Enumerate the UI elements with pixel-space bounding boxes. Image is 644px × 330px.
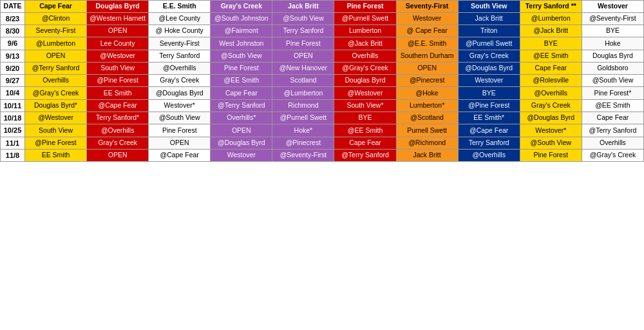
schedule-cell: Westover* (520, 124, 582, 137)
schedule-cell: @Purnell Swett (272, 112, 334, 124)
schedule-cell: @Terry Sanford (211, 99, 272, 112)
schedule-cell: @Purnell Swett (458, 37, 520, 50)
header-cell-5: Jack Britt (272, 1, 334, 13)
schedule-cell: Terry Sanford* (87, 112, 149, 124)
schedule-cell: South View (87, 62, 149, 74)
table-row: 10/11Douglas Byrd*@Cape FearWestover*@Te… (1, 99, 644, 112)
schedule-cell: Cape Fear (334, 137, 396, 149)
schedule-cell: Terry Sanford (272, 24, 334, 37)
table-row: 9/13OPEN@WestoverTerry Sanford@South Vie… (1, 50, 644, 62)
schedule-cell: Goldsboro (582, 62, 643, 74)
schedule-cell: @Hoke (396, 87, 458, 99)
schedule-cell: @Terry Sanford (334, 149, 396, 161)
schedule-cell: Jack Britt (458, 12, 520, 24)
schedule-cell: @South View (211, 50, 272, 62)
schedule-cell: @Clinton (25, 12, 87, 24)
schedule-cell: @Fairmont (211, 24, 272, 37)
schedule-cell: Hoke (582, 37, 643, 50)
schedule-cell: Pine Forest (272, 37, 334, 50)
schedule-cell: @Lee County (149, 12, 211, 24)
date-cell: 10/4 (1, 87, 25, 99)
schedule-cell: @New Hanover (272, 62, 334, 74)
schedule-cell: @Douglas Byrd (211, 137, 272, 149)
schedule-cell: Westover (211, 149, 272, 161)
schedule-cell: OPEN (396, 62, 458, 74)
schedule-cell: @Lumberton (25, 37, 87, 50)
table-row: 9/27Overhills@Pine ForestGray's Creek@EE… (1, 75, 644, 87)
schedule-cell: @South View (149, 112, 211, 124)
schedule-cell: Pine Forest* (582, 87, 643, 99)
schedule-cell: @Pinecrest (396, 75, 458, 87)
schedule-cell: @Cape Fear (149, 149, 211, 161)
schedule-cell: Seventy-First (149, 37, 211, 50)
date-cell: 10/11 (1, 99, 25, 112)
schedule-cell: Cape Fear (520, 62, 582, 74)
schedule-cell: @South Johnston (211, 12, 272, 24)
date-cell: 10/18 (1, 112, 25, 124)
schedule-cell: @EE Smith (520, 50, 582, 62)
date-cell: 9/13 (1, 50, 25, 62)
schedule-cell: OPEN (149, 137, 211, 149)
schedule-cell: Westover (458, 75, 520, 87)
date-cell: 10/25 (1, 124, 25, 137)
schedule-cell: BYE (582, 24, 643, 37)
schedule-cell: Overhills* (211, 112, 272, 124)
header-cell-6: Pine Forest (334, 1, 396, 13)
schedule-cell: @Terry Sanford (25, 62, 87, 74)
schedule-cell: @Pine Forest (25, 137, 87, 149)
header-cell-10: Westover (582, 1, 643, 13)
schedule-cell: @Seventy-First (272, 149, 334, 161)
schedule-cell: @EE Smith (582, 99, 643, 112)
schedule-cell: Cape Fear (211, 87, 272, 99)
schedule-cell: Overhills (25, 75, 87, 87)
schedule-cell: @Westover (25, 112, 87, 124)
schedule-cell: @South View (582, 75, 643, 87)
schedule-cell: @Overhills (458, 149, 520, 161)
date-cell: 8/23 (1, 12, 25, 24)
schedule-cell: Gray's Creek (458, 50, 520, 62)
schedule-cell: @Terry Sanford (582, 124, 643, 137)
schedule-cell: Gray's Creek (149, 75, 211, 87)
schedule-cell: EE Smith* (458, 112, 520, 124)
header-cell-4: Gray's Creek (211, 1, 272, 13)
schedule-cell: @Cape Fear (87, 99, 149, 112)
schedule-cell: Lumberton* (396, 99, 458, 112)
table-row: 8/30Seventy-FirstOPEN@ Hoke County@Fairm… (1, 24, 644, 37)
schedule-cell: @Overhills (149, 62, 211, 74)
header-cell-9: Terry Sanford ** (520, 1, 582, 13)
schedule-cell: @ Cape Fear (396, 24, 458, 37)
schedule-cell: Hoke* (272, 124, 334, 137)
schedule-cell: @Seventy-First (582, 12, 643, 24)
schedule-cell: @Douglas Byrd (520, 112, 582, 124)
schedule-cell: OPEN (25, 50, 87, 62)
schedule-cell: BYE (334, 112, 396, 124)
schedule-cell: @Purnell Swett (334, 12, 396, 24)
schedule-cell: @Westover (334, 87, 396, 99)
table-row: 11/8EE SmithOPEN@Cape FearWestover@Seven… (1, 149, 644, 161)
schedule-cell: Douglas Byrd* (25, 99, 87, 112)
schedule-cell: @South View (520, 137, 582, 149)
schedule-cell: Cape Fear (582, 112, 643, 124)
schedule-cell: BYE (458, 87, 520, 99)
schedule-cell: @Lumberton (520, 12, 582, 24)
schedule-cell: Gray's Creek (520, 99, 582, 112)
table-row: 10/4@Gray's CreekEE Smith@Douglas ByrdCa… (1, 87, 644, 99)
schedule-cell: OPEN (87, 24, 149, 37)
schedule-cell: South View (25, 124, 87, 137)
schedule-cell: @Westover (87, 50, 149, 62)
header-cell-7: Seventy-First (396, 1, 458, 13)
schedule-cell: @Douglas Byrd (149, 87, 211, 99)
schedule-cell: @EE Smith (211, 75, 272, 87)
schedule-cell: Westover (396, 12, 458, 24)
table-row: 8/23@Clinton@Western Harnett@Lee County@… (1, 12, 644, 24)
schedule-cell: West Johnston (211, 37, 272, 50)
schedule-cell: Gray's Creek (87, 137, 149, 149)
schedule-cell: Pine Forest (520, 149, 582, 161)
date-cell: 9/20 (1, 62, 25, 74)
schedule-cell: Westover* (149, 99, 211, 112)
schedule-cell: @Jack Britt (520, 24, 582, 37)
schedule-cell: @Gray's Creek (25, 87, 87, 99)
schedule-cell: @Gray's Creek (582, 149, 643, 161)
schedule-cell: Southern Durham (396, 50, 458, 62)
schedule-cell: @Douglas Byrd (458, 62, 520, 74)
